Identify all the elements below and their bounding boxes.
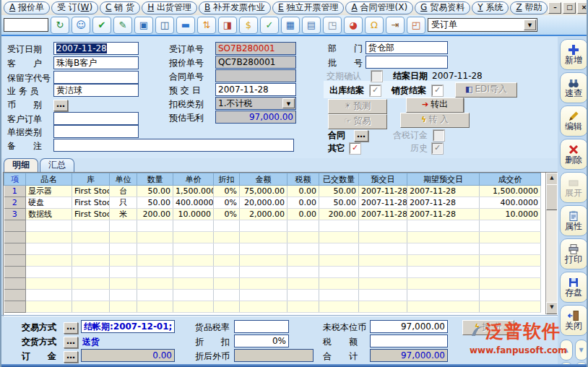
cell[interactable] — [137, 267, 173, 278]
关闭-button[interactable]: 关闭 — [560, 305, 588, 336]
cell[interactable] — [359, 255, 407, 267]
cell[interactable]: 20,000.00 — [240, 197, 287, 209]
column-header-12[interactable]: 成交价 — [480, 173, 541, 186]
cell[interactable] — [137, 301, 173, 313]
cell[interactable] — [137, 255, 173, 267]
cell[interactable]: 50.00 — [137, 197, 173, 209]
cell[interactable] — [173, 301, 214, 313]
cell[interactable]: 米 — [110, 209, 137, 220]
doc-type-select[interactable]: 受订单 ▼ — [428, 18, 537, 32]
menu-item-3[interactable]: H 出货管理 — [142, 1, 197, 14]
cell[interactable]: 1,500.0000 — [480, 186, 541, 197]
menu-item-4[interactable]: B 补开发票作业 — [199, 1, 271, 14]
cell[interactable] — [4, 301, 26, 313]
cell[interactable]: First Stock — [72, 186, 110, 197]
tax-amount-field[interactable] — [370, 334, 448, 347]
cell[interactable] — [26, 243, 72, 255]
batch-no-field[interactable] — [366, 56, 448, 69]
cell[interactable] — [4, 290, 26, 301]
cell[interactable] — [240, 278, 287, 290]
新增-button[interactable]: 新增 — [560, 39, 588, 70]
chevron-down-icon[interactable]: ▼ — [524, 20, 536, 30]
delivery-confirm-checkbox[interactable] — [371, 71, 382, 82]
outbound-closed-checkbox[interactable]: ✓ — [370, 85, 381, 96]
cell[interactable] — [287, 278, 319, 290]
menu-item-2[interactable]: C 销 货 — [100, 1, 140, 14]
cell[interactable]: First Stock — [72, 197, 110, 209]
cell[interactable]: 数据线 — [26, 209, 72, 220]
cell[interactable] — [480, 220, 541, 232]
column-header-11[interactable]: 期望预交日 — [407, 173, 480, 186]
cell[interactable] — [407, 267, 480, 278]
cell[interactable] — [173, 290, 214, 301]
cell[interactable] — [4, 243, 26, 255]
cell[interactable] — [72, 232, 110, 243]
cell[interactable] — [319, 220, 359, 232]
cell[interactable] — [480, 232, 541, 243]
cell[interactable] — [110, 278, 137, 290]
scroll-down-icon[interactable]: ▼ — [575, 340, 588, 360]
exit-door-button[interactable]: ⇥ — [386, 17, 405, 34]
cell[interactable] — [407, 255, 480, 267]
cell[interactable]: First Stock — [72, 209, 110, 220]
存盘-button[interactable]: 存盘 — [560, 272, 588, 303]
close-button[interactable]: × — [577, 2, 588, 14]
tax-deposit-checkbox[interactable] — [433, 130, 444, 141]
cell[interactable] — [4, 220, 26, 232]
cell[interactable] — [137, 290, 173, 301]
cell[interactable]: 75,000.00 — [240, 186, 287, 197]
cell[interactable]: 0.00 — [287, 209, 319, 220]
cell[interactable] — [26, 267, 72, 278]
cell[interactable] — [173, 255, 214, 267]
速查-button[interactable]: 速查 — [560, 72, 588, 103]
cell[interactable]: 10.0000 — [173, 209, 214, 220]
cell[interactable] — [173, 243, 214, 255]
cell[interactable] — [407, 232, 480, 243]
cell[interactable] — [214, 255, 240, 267]
cell[interactable] — [287, 267, 319, 278]
cell[interactable] — [480, 267, 541, 278]
transfer-out-button[interactable]: ➔转出 — [406, 98, 464, 113]
cell[interactable]: 硬盘 — [26, 197, 72, 209]
cell[interactable]: 显示器 — [26, 186, 72, 197]
cell[interactable] — [287, 220, 319, 232]
approve-button[interactable]: ✔ — [92, 17, 111, 34]
cell[interactable]: 50.00 — [319, 186, 359, 197]
cell[interactable] — [480, 255, 541, 267]
cell[interactable] — [319, 267, 359, 278]
编辑-button[interactable]: 编辑 — [560, 105, 588, 137]
cell[interactable] — [72, 255, 110, 267]
verify-button[interactable]: ✓ — [260, 17, 279, 34]
payment-method-ellipsis-button[interactable]: … — [64, 322, 78, 334]
customer-button[interactable]: ☺ — [72, 17, 90, 34]
payment-method-field[interactable]: 结帐期:2007-12-01; — [81, 320, 175, 333]
cell[interactable]: 10.0000 — [480, 209, 541, 220]
打印-button[interactable]: 打印 — [560, 238, 588, 269]
cell[interactable] — [480, 243, 541, 255]
column-header-0[interactable]: 项 — [4, 173, 26, 186]
cell[interactable] — [26, 290, 72, 301]
cell[interactable] — [137, 220, 173, 232]
remark-field[interactable] — [53, 139, 294, 152]
scroll-thumb[interactable] — [546, 184, 558, 210]
menu-item-1[interactable]: 受 订(W) — [51, 1, 98, 14]
cell[interactable] — [240, 290, 287, 301]
cell[interactable] — [72, 278, 110, 290]
cell[interactable] — [287, 255, 319, 267]
column-header-8[interactable]: 税额 — [287, 173, 319, 186]
menu-item-7[interactable]: G 贸易资料 — [415, 1, 470, 14]
cell[interactable] — [214, 243, 240, 255]
cell[interactable] — [407, 290, 480, 301]
cell[interactable]: 2,000.00 — [240, 209, 287, 220]
bell-button[interactable]: Ω — [365, 17, 384, 34]
cell[interactable]: 1,500.0000 — [173, 186, 214, 197]
pie-chart-button[interactable]: ◕ — [344, 17, 363, 34]
cell[interactable] — [240, 220, 287, 232]
cell[interactable]: 400.0000 — [480, 197, 541, 209]
cell[interactable] — [110, 220, 137, 232]
cell[interactable] — [287, 232, 319, 243]
doc-category-field[interactable] — [53, 125, 139, 138]
calculator-button[interactable]: ▦ — [281, 17, 300, 34]
cell[interactable] — [26, 220, 72, 232]
column-header-5[interactable]: 单价 — [173, 173, 214, 186]
